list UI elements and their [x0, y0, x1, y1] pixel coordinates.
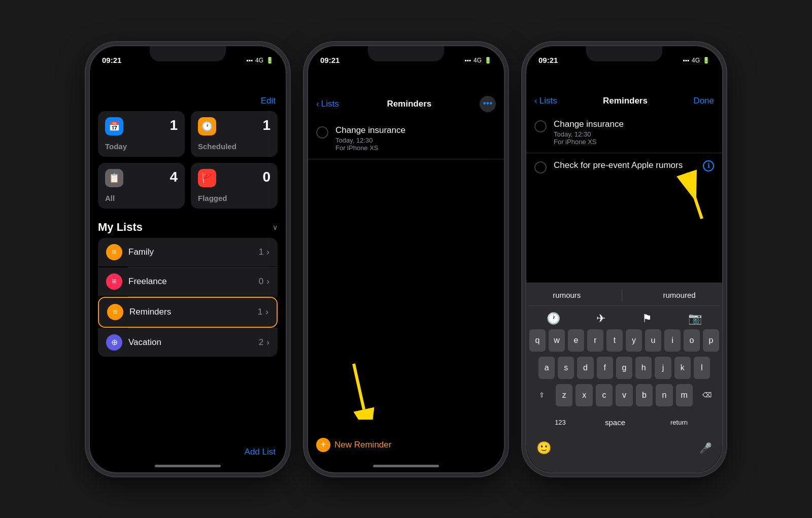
location-toolbar-icon[interactable]: ✈ [596, 312, 605, 325]
microphone-key[interactable]: 🎤 [695, 440, 716, 456]
key-n[interactable]: n [656, 384, 672, 406]
scheduled-icon: 🕐 [198, 117, 216, 135]
reminder-circle-3-1[interactable] [534, 120, 547, 132]
section-chevron-icon[interactable]: ∨ [273, 223, 278, 231]
new-reminder-button[interactable]: + New Reminder [316, 438, 391, 452]
arrow-down-container [339, 359, 379, 422]
key-row-3: ⇧ z x c v b n m ⌫ [530, 384, 718, 406]
today-count: 1 [170, 117, 178, 133]
home-indicator-1 [155, 465, 221, 467]
yellow-arrow-up-icon [661, 163, 712, 224]
all-icon: 📋 [105, 169, 123, 187]
key-b[interactable]: b [636, 384, 653, 406]
key-a[interactable]: a [538, 357, 555, 379]
signal-icon-3: ▪▪▪ [683, 57, 689, 64]
key-v[interactable]: v [616, 384, 632, 406]
list-item-reminders[interactable]: ≡ Reminders 1 › [99, 298, 277, 326]
network-label-2: 4G [473, 57, 482, 64]
vacation-list-icon: ⊕ [106, 334, 122, 351]
reminder-item-1[interactable]: Change insurance Today, 12:30 For iPhone… [308, 118, 504, 159]
key-s[interactable]: s [558, 357, 574, 379]
status-time-1: 09:21 [102, 56, 121, 64]
status-icons-1: ▪▪▪ 4G 🔋 [246, 57, 274, 64]
battery-icon: 🔋 [266, 57, 274, 64]
key-row-4: 123 space return [530, 411, 718, 434]
reminders-list-name: Reminders [129, 307, 171, 317]
back-chevron-icon-3: ‹ [534, 96, 537, 106]
list-item-reminders-wrapper: ≡ Reminders 1 › [98, 297, 278, 328]
list-item-freelance[interactable]: ≡ Freelance 0 › [98, 267, 278, 296]
key-q[interactable]: q [529, 329, 546, 352]
nav-title-3: Reminders [603, 96, 648, 106]
smart-lists-grid: 📅 1 Today 🕐 1 Scheduled [90, 111, 286, 217]
key-y[interactable]: y [626, 329, 642, 352]
all-label: All [105, 194, 178, 202]
battery-icon-2: 🔋 [484, 57, 492, 64]
autocomplete-rumoured[interactable]: rumoured [655, 289, 704, 301]
battery-icon-3: 🔋 [702, 57, 710, 64]
nav-bar-2: ‹ Lists Reminders ••• [308, 68, 504, 118]
nav-back-3[interactable]: ‹ Lists [534, 96, 557, 106]
key-g[interactable]: g [616, 357, 632, 379]
key-h[interactable]: h [635, 357, 652, 379]
key-f[interactable]: f [597, 357, 613, 379]
add-list-button[interactable]: Add List [245, 447, 276, 457]
key-d[interactable]: d [577, 357, 593, 379]
emoji-key[interactable]: 🙂 [532, 439, 556, 457]
keyboard-keys: q w e r t y u i o p a [528, 329, 720, 434]
key-x[interactable]: x [576, 384, 592, 406]
return-key[interactable]: return [659, 411, 699, 434]
autocomplete-rumours[interactable]: rumours [545, 289, 589, 301]
list-item-vacation[interactable]: ⊕ Vacation 2 › [98, 328, 278, 357]
numbers-key[interactable]: 123 [549, 411, 571, 434]
flag-toolbar-icon[interactable]: ⚑ [642, 312, 652, 325]
all-card[interactable]: 📋 4 All [98, 163, 185, 209]
nav-back-label-2: Lists [321, 99, 339, 109]
key-row-1: q w e r t y u i o p [530, 329, 718, 352]
autocomplete-divider-1 [622, 289, 622, 301]
key-z[interactable]: z [556, 384, 572, 406]
reminder-circle-3-2[interactable] [534, 161, 547, 174]
my-lists-section-header: My Lists ∨ [90, 217, 286, 238]
key-o[interactable]: o [684, 329, 700, 352]
nav-back-2[interactable]: ‹ Lists [316, 99, 339, 109]
nav-more-button[interactable]: ••• [480, 96, 496, 112]
reminder-sub2-3-1: For iPhone XS [554, 138, 714, 146]
nav-done-button[interactable]: Done [693, 96, 714, 106]
today-card[interactable]: 📅 1 Today [98, 111, 185, 157]
phone-2: 09:21 ▪▪▪ 4G 🔋 ‹ Lists Reminders ••• [307, 45, 505, 473]
status-bar-2: 09:21 ▪▪▪ 4G 🔋 [308, 46, 504, 68]
key-w[interactable]: w [549, 329, 565, 352]
key-p[interactable]: p [703, 329, 719, 352]
new-reminder-plus-icon: + [316, 438, 330, 452]
scheduled-card[interactable]: 🕐 1 Scheduled [191, 111, 278, 157]
delete-key[interactable]: ⌫ [696, 384, 718, 406]
clock-toolbar-icon[interactable]: 🕐 [547, 312, 560, 325]
key-m[interactable]: m [676, 384, 693, 406]
key-k[interactable]: k [674, 357, 691, 379]
key-i[interactable]: i [664, 329, 681, 352]
key-c[interactable]: c [596, 384, 613, 406]
key-t[interactable]: t [606, 329, 623, 352]
nav-back-label-3: Lists [539, 96, 557, 106]
reminder-item-3-1[interactable]: Change insurance Today, 12:30 For iPhone… [526, 112, 722, 153]
key-r[interactable]: r [587, 329, 603, 352]
network-label: 4G [255, 57, 263, 64]
key-l[interactable]: l [694, 357, 710, 379]
shift-key[interactable]: ⇧ [530, 384, 553, 406]
key-j[interactable]: j [655, 357, 671, 379]
list-item-family[interactable]: ≡ Family 1 › [98, 238, 278, 266]
reminder-circle-1[interactable] [316, 126, 328, 139]
reminders-list-icon: ≡ [107, 304, 123, 320]
edit-button[interactable]: Edit [261, 96, 276, 106]
key-u[interactable]: u [645, 329, 661, 352]
camera-toolbar-icon[interactable]: 📷 [688, 312, 702, 325]
flagged-card[interactable]: 🚩 0 Flagged [191, 163, 278, 209]
space-key[interactable]: space [574, 411, 656, 434]
phone-3: 09:21 ▪▪▪ 4G 🔋 ‹ Lists Reminders Done [525, 45, 723, 473]
status-bar-1: 09:21 ▪▪▪ 4G 🔋 [90, 46, 286, 68]
status-icons-3: ▪▪▪ 4G 🔋 [683, 57, 710, 64]
keyboard-bottom-row: 🙂 🎤 [528, 439, 720, 457]
key-e[interactable]: e [568, 329, 584, 352]
all-count: 4 [170, 169, 178, 185]
